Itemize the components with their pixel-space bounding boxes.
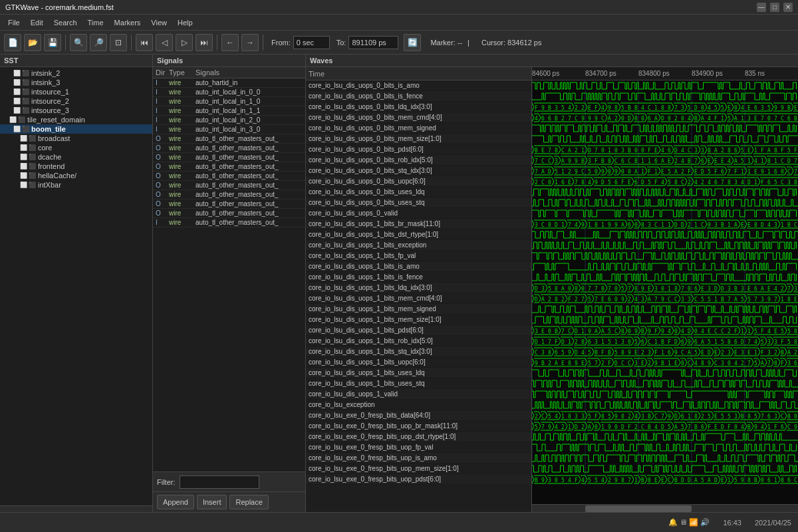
sst-scrollbar[interactable] [0,505,152,512]
wave-hscroll[interactable] [532,504,798,512]
toolbar-sep-2 [131,35,132,51]
wave-name-item: core_io_lsu_dis_uops_1_bits_mem_cmd[4:0] [306,293,531,304]
open-button[interactable]: 📂 [24,34,41,51]
close-button[interactable]: ✕ [783,3,793,12]
append-button[interactable]: Append [157,495,194,509]
menu-edit[interactable]: Edit [25,17,49,28]
waves-content: Time core_io_lsu_dis_uops_0_bits_is_amoc… [306,67,798,512]
sst-tree-item[interactable]: ⬜⬛broadcast [0,134,152,143]
sst-tree-item[interactable]: ⬜⬛intsink_3 [0,78,152,87]
menubar: File Edit Search Time Markers View Help [0,15,798,31]
menu-time[interactable]: Time [82,17,109,28]
filter-input[interactable] [180,475,259,489]
menu-help[interactable]: Help [172,17,198,28]
signals-col-header: Dir Type Signals [153,67,305,78]
signal-item[interactable]: Iwireauto_hartid_in [153,78,305,88]
to-input[interactable] [348,36,398,49]
sst-tree-item[interactable]: ⬜⬛hellaCache/ [0,171,152,180]
wave-name-item: core_io_lsu_dis_uops_0_bits_mem_cmd[4:0] [306,112,531,123]
sst-tree-item[interactable]: ⬜⬛intsink_2 [0,68,152,78]
menu-view[interactable]: View [146,17,172,28]
minimize-button[interactable]: — [757,3,766,12]
wave-name-item: core_io_lsu_exe_0_fresp_bits_uop_br_mask… [306,421,531,432]
from-label: From: [271,39,291,47]
wave-canvas-area[interactable] [532,80,798,504]
signal-item[interactable]: Iwireauto_int_local_in_1_0 [153,97,305,106]
time-marker: 834800 ps [638,70,670,77]
sst-tree-item[interactable]: ⬜⬛intXbar [0,180,152,190]
titlebar-title: GTKWave - coremark.medium.fst [5,3,114,11]
wave-name-item: core_io_lsu_dis_uops_0_valid [306,208,531,219]
signal-item[interactable]: Owireauto_tl_other_masters_out_ [153,144,305,153]
zoom-out-button[interactable]: 🔎 [90,34,107,51]
scroll-right-button[interactable]: → [241,34,259,51]
statusbar: 🔔 🖥 📶 🔊 16:43 2021/04/25 [0,512,798,532]
next-button[interactable]: ⏭ [196,34,213,51]
zoom-in-button[interactable]: 🔍 [70,34,87,51]
status-icons: 🔔 🖥 📶 🔊 [668,518,710,527]
signal-item[interactable]: Iwireauto_int_local_in_3_0 [153,125,305,134]
signal-item[interactable]: Owireauto_tl_other_masters_out_ [153,153,305,162]
signal-item[interactable]: Owireauto_tl_other_masters_out_ [153,162,305,172]
signal-item[interactable]: Iwireauto_tl_other_masters_out_ [153,218,305,227]
time-col-label: Time [309,70,325,78]
wave-name-item: core_io_lsu_dis_uops_0_bits_stq_idx[3:0] [306,166,531,176]
prev-button[interactable]: ⏮ [136,34,153,51]
wave-name-item: core_io_lsu_dis_uops_1_valid [306,389,531,400]
wave-name-item: core_io_lsu_dis_uops_0_bits_mem_signed [306,123,531,134]
signal-item[interactable]: Owireauto_tl_other_masters_out_ [153,209,305,218]
sst-tree-item[interactable]: ⬜⬛tile_reset_domain [0,115,152,124]
time-marker: 834900 ps [692,70,723,77]
wave-name-item: core_io_lsu_dis_uops_0_bits_is_fence [306,91,531,102]
scroll-left-button[interactable]: ← [221,34,239,51]
status-time: 16:43 [723,519,741,527]
main-area: SST ⬜⬛intsink_2⬜⬛intsink_3⬜⬛intsource_1⬜… [0,55,798,512]
signal-item[interactable]: Iwireauto_int_local_in_2_0 [153,116,305,125]
sst-tree-item[interactable]: ⬜⬛dcache [0,152,152,162]
wave-name-item: core_io_lsu_dis_uops_1_bits_dst_rtype[1:… [306,229,531,240]
signal-item[interactable]: Iwireauto_int_local_in_0_0 [153,88,305,97]
signal-item[interactable]: Iwireauto_int_local_in_1_1 [153,106,305,116]
wave-name-item: core_io_lsu_dis_uops_1_bits_stq_idx[3:0] [306,346,531,357]
filter-buttons: Append Insert Replace [153,491,305,512]
sst-tree[interactable]: ⬜⬛intsink_2⬜⬛intsink_3⬜⬛intsource_1⬜⬛int… [0,67,152,505]
insert-button[interactable]: Insert [197,495,227,509]
wave-name-item: core_io_lsu_exe_0_fresp_bits_data[64:0] [306,410,531,421]
signal-item[interactable]: Owireauto_tl_other_masters_out_ [153,190,305,200]
signal-item[interactable]: Owireauto_tl_other_masters_out_ [153,181,305,190]
wave-names-panel: Time core_io_lsu_dis_uops_0_bits_is_amoc… [306,67,532,512]
toolbar-sep-3 [217,35,217,51]
wave-name-item: core_io_lsu_dis_uops_1_bits_is_amo [306,261,531,272]
replace-button[interactable]: Replace [229,495,268,509]
new-button[interactable]: 📄 [4,34,21,51]
sst-tree-item[interactable]: ⬜⬛intsource_3 [0,106,152,115]
next-edge-button[interactable]: ▷ [176,34,193,51]
signal-item[interactable]: Owireauto_tl_other_masters_out_ [153,172,305,181]
refresh-button[interactable]: 🔄 [404,34,421,51]
wave-name-item: core_io_lsu_dis_uops_1_bits_uses_stq [306,378,531,389]
time-marker: 835 ns [745,70,765,77]
wave-name-item: core_io_lsu_dis_uops_0_bits_rob_idx[5:0] [306,155,531,166]
sst-tree-item[interactable]: ⬜⬛intsource_1 [0,87,152,96]
from-input[interactable] [293,36,330,49]
wave-name-item: core_io_lsu_exception [306,400,531,410]
signal-item[interactable]: Owireauto_tl_other_masters_out_ [153,200,305,209]
sst-tree-item[interactable]: ⬜⬛boom_tile [0,124,152,134]
wave-display: 84600 ps834700 ps834800 ps834900 ps835 n… [532,67,798,512]
sst-tree-item[interactable]: ⬜⬛frontend [0,162,152,171]
signal-item[interactable]: Owireauto_tl_other_masters_out_ [153,134,305,144]
wave-name-item: core_io_lsu_dis_uops_0_bits_uopc[6:0] [306,176,531,187]
toolbar-sep-1 [65,35,66,51]
menu-file[interactable]: File [3,17,25,28]
menu-markers[interactable]: Markers [109,17,146,28]
sst-tree-item[interactable]: ⬜⬛core [0,143,152,152]
prev-edge-button[interactable]: ◁ [156,34,173,51]
zoom-fit-button[interactable]: ⊡ [110,34,127,51]
maximize-button[interactable]: □ [770,3,779,12]
wave-time-ruler: 84600 ps834700 ps834800 ps834900 ps835 n… [532,67,798,80]
save-button[interactable]: 💾 [44,34,61,51]
wave-name-item: core_io_lsu_dis_uops_1_bits_is_fence [306,272,531,283]
signals-list[interactable]: Iwireauto_hartid_inIwireauto_int_local_i… [153,78,305,471]
sst-tree-item[interactable]: ⬜⬛intsource_2 [0,96,152,106]
menu-search[interactable]: Search [49,17,82,28]
